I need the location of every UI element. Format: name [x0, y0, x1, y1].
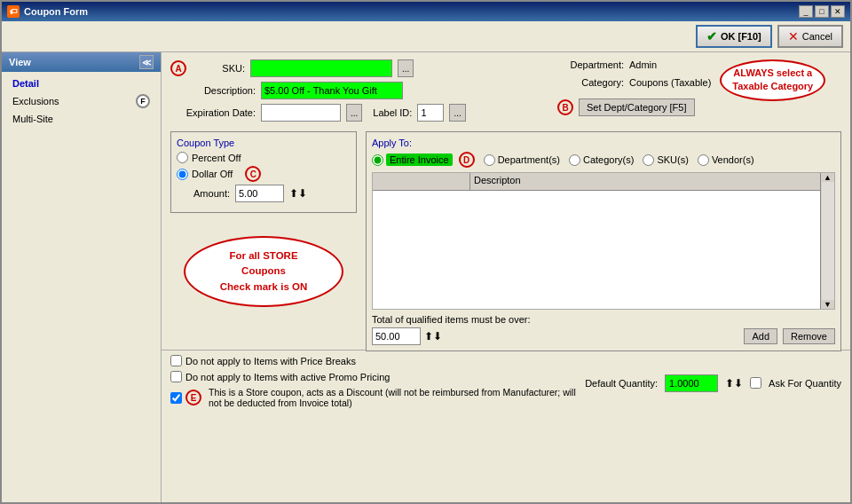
scrollbar: ▲ ▼ [820, 173, 834, 309]
cancel-label: Cancel [802, 31, 832, 42]
scroll-down-arrow[interactable]: ▼ [824, 300, 832, 309]
circle-d: D [459, 152, 475, 168]
sidebar-item-multisite[interactable]: Multi-Site [5, 111, 157, 127]
check-icon: ✔ [706, 29, 717, 43]
cb2-label: Do not apply to Items with active Promo … [185, 372, 390, 382]
percent-off-radio-row: Percent Off [177, 152, 351, 163]
cb2-row: Do not apply to Items with active Promo … [170, 371, 576, 382]
maximize-button[interactable]: □ [815, 5, 829, 18]
sku-row: A SKU: ... [170, 59, 548, 77]
add-button[interactable]: Add [744, 328, 777, 344]
department-value: Admin [629, 59, 657, 70]
cancel-button[interactable]: ✕ Cancel [777, 25, 843, 48]
sidebar: View ≪ Detail Exclusions F Multi-Site [2, 52, 162, 502]
department-label: Department: [557, 59, 624, 70]
cb2-checkbox[interactable] [170, 371, 182, 382]
store-coupons-annotation: For all STORECouponsCheck mark is ON [184, 236, 343, 307]
qty-spinner[interactable]: ⬆⬇ [725, 377, 743, 390]
toolbar: ✔ OK [F10] ✕ Cancel [2, 21, 850, 52]
expiration-row: Expiration Date: ... Label ID: ... [170, 104, 548, 122]
sidebar-multisite-label: Multi-Site [12, 114, 53, 124]
sidebar-collapse-button[interactable]: ≪ [139, 55, 154, 69]
cb3-checkbox[interactable] [170, 392, 182, 404]
amount-input[interactable] [235, 185, 284, 202]
remove-button[interactable]: Remove [783, 328, 835, 344]
percent-off-radio[interactable] [177, 152, 188, 163]
circle-c: C [245, 166, 261, 182]
circle-b: B [557, 99, 573, 115]
ask-qty-checkbox[interactable] [750, 377, 761, 389]
close-button[interactable]: ✕ [831, 5, 845, 18]
minimize-button[interactable]: _ [799, 5, 813, 18]
total-row: Total of qualified items must be over: [372, 314, 835, 325]
amount-row: Amount: ⬆⬇ [185, 185, 351, 202]
vendor-radio[interactable] [698, 154, 709, 166]
department-radio[interactable] [484, 154, 495, 166]
label-id-input[interactable] [417, 104, 444, 122]
title-bar: 🏷 Coupon Form _ □ ✕ [2, 2, 850, 21]
category-option-label: Category(s) [583, 154, 634, 165]
cb1-row: Do not apply to Items with Price Breaks [170, 355, 576, 366]
scroll-track[interactable] [822, 182, 834, 300]
category-row: Category: Coupons (Taxable) [557, 77, 711, 88]
circle-e: E [185, 390, 201, 406]
label-id-browse-button[interactable]: ... [449, 104, 465, 122]
apply-to-box: Apply To: Entire Invoice D Department(s) [366, 131, 841, 351]
label-id-label: Label ID: [373, 107, 412, 118]
vendor-option-label: Vendor(s) [712, 154, 754, 165]
ok-button[interactable]: ✔ OK [F10] [696, 25, 772, 48]
sku-input[interactable] [250, 59, 392, 77]
dollar-off-label: Dollar Off [192, 169, 233, 179]
set-dept-category-button[interactable]: Set Dept/Category [F5] [579, 98, 695, 116]
always-select-callout: ALWAYS select aTaxable Category [720, 59, 825, 101]
department-option-label: Department(s) [498, 154, 560, 165]
window-icon: 🏷 [7, 5, 20, 18]
cb1-checkbox[interactable] [170, 355, 182, 366]
sku-label: SKU: [192, 63, 245, 74]
dollar-off-radio-row: Dollar Off C [177, 166, 351, 182]
coupon-type-box: Coupon Type Percent Off Dollar Off C [170, 131, 357, 213]
window-title: Coupon Form [24, 6, 88, 17]
table-col1-header [373, 173, 470, 190]
sidebar-exclusions-label: Exclusions [12, 96, 59, 106]
main-content: View ≪ Detail Exclusions F Multi-Site [2, 52, 850, 502]
window-controls: _ □ ✕ [799, 5, 845, 18]
sku-browse-button[interactable]: ... [398, 59, 414, 77]
ask-qty-label: Ask For Quantity [769, 378, 841, 389]
total-value-input[interactable] [372, 327, 421, 345]
apply-to-table: Descripton ▲ ▼ [372, 172, 835, 310]
amount-label: Amount: [185, 188, 230, 199]
sku-radio[interactable] [643, 154, 654, 166]
category-radio[interactable] [569, 154, 580, 166]
table-header: Descripton [373, 173, 834, 191]
expiration-browse-button[interactable]: ... [346, 104, 362, 122]
default-qty-input[interactable] [665, 374, 718, 392]
bottom-section: Do not apply to Items with Price Breaks … [162, 350, 850, 415]
cb1-label: Do not apply to Items with Price Breaks [185, 356, 356, 366]
expiration-label: Expiration Date: [170, 107, 256, 118]
apply-to-radio-row: Entire Invoice D Department(s) Category(… [372, 152, 835, 168]
category-value: Coupons (Taxable) [629, 77, 711, 88]
default-qty-label: Default Quantity: [585, 378, 658, 389]
apply-to-title: Apply To: [372, 138, 835, 148]
cb3-label: This is a Store coupon, acts as a Discou… [209, 387, 576, 408]
table-col2-header: Descripton [470, 173, 834, 190]
total-label: Total of qualified items must be over: [372, 314, 531, 325]
sidebar-items: Detail Exclusions F Multi-Site [2, 72, 161, 130]
sidebar-item-detail[interactable]: Detail [5, 75, 157, 91]
description-input[interactable] [261, 82, 403, 99]
entire-invoice-label: Entire Invoice [386, 154, 453, 166]
expiration-input[interactable] [261, 104, 341, 122]
form-area: A SKU: ... Description: Expiration Date: [162, 52, 850, 502]
scroll-up-arrow[interactable]: ▲ [824, 173, 832, 182]
sidebar-item-exclusions[interactable]: Exclusions F [5, 91, 157, 111]
amount-spinner[interactable]: ⬆⬇ [289, 187, 307, 200]
category-label: Category: [557, 77, 624, 88]
sku-option-label: SKU(s) [657, 154, 688, 165]
percent-off-label: Percent Off [192, 153, 241, 163]
total-spinner[interactable]: ⬆⬇ [424, 330, 442, 343]
ok-label: OK [F10] [721, 31, 761, 42]
department-row: Department: Admin [557, 59, 711, 70]
dollar-off-radio[interactable] [177, 169, 188, 180]
entire-invoice-radio[interactable] [372, 154, 383, 166]
